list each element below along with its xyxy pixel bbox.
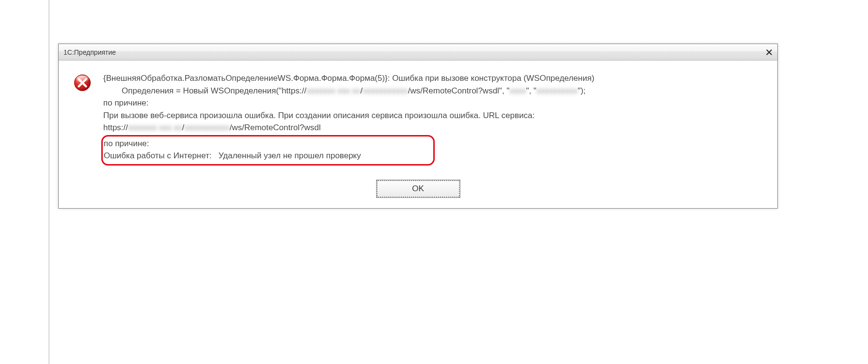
redacted-text: xxxxxxx xxx xx xyxy=(306,86,360,95)
page-left-edge xyxy=(48,0,50,252)
message-line-4: При вызове веб-сервиса произошла ошибка.… xyxy=(103,109,764,122)
message-line-3: по причине: xyxy=(103,97,764,109)
ok-button[interactable]: OK xyxy=(377,180,460,197)
redacted-text: xxxxxxxxxx xyxy=(537,86,578,95)
dialog-title: 1С:Предприятие xyxy=(63,48,116,56)
highlight-line-2: Ошибка работы с Интернет: Удаленный узел… xyxy=(104,150,430,162)
titlebar[interactable]: 1С:Предприятие xyxy=(59,44,777,61)
message-line-2-text: Определения = Новый WSОпределения("https… xyxy=(122,86,306,95)
redacted-text: xxxxxxxxxxx xyxy=(184,123,230,132)
error-dialog: 1С:Предприятие xyxy=(58,44,778,209)
error-message: {ВнешняяОбработка.РазломатьОпределениеWS… xyxy=(95,72,764,166)
message-line-5: https://xxxxxxx xxx xx/xxxxxxxxxxx/ws/Re… xyxy=(103,121,764,134)
icon-column xyxy=(70,72,95,92)
redacted-text: xxxxxxx xxx xx xyxy=(128,123,182,132)
highlight-line-1: по причине: xyxy=(104,137,430,150)
highlighted-error-box: по причине: Ошибка работы с Интернет: Уд… xyxy=(101,135,435,166)
redacted-text: xxxxxxxxxxx xyxy=(363,86,408,95)
close-icon[interactable] xyxy=(764,47,774,58)
error-icon xyxy=(73,73,92,92)
redacted-text: xxxx xyxy=(509,86,526,95)
message-line-1: {ВнешняяОбработка.РазломатьОпределениеWS… xyxy=(103,72,764,85)
message-line-2: Определения = Новый WSОпределения("https… xyxy=(103,85,764,97)
dialog-body: {ВнешняяОбработка.РазломатьОпределениеWS… xyxy=(59,61,777,177)
dialog-footer: OK xyxy=(59,177,777,208)
